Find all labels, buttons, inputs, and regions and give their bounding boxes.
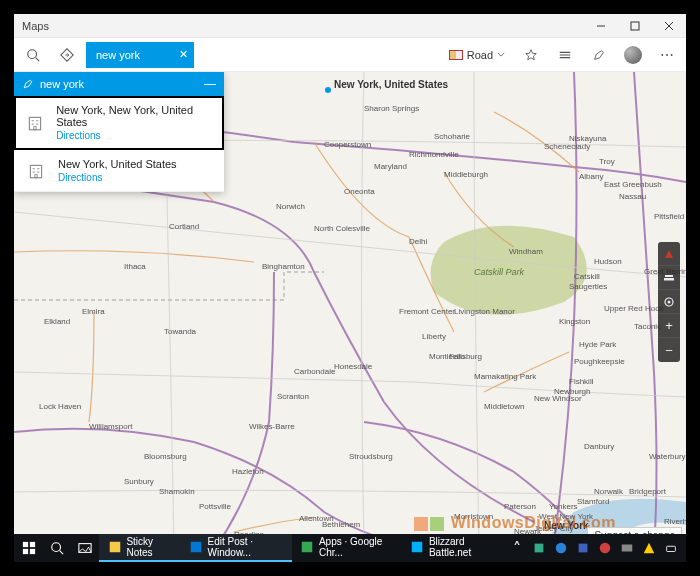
result-name: New York, United States bbox=[58, 158, 177, 170]
start-button[interactable] bbox=[16, 534, 42, 562]
svg-point-10 bbox=[668, 300, 671, 303]
result-directions-link[interactable]: Directions bbox=[56, 130, 216, 141]
taskbar-app[interactable]: Edit Post · Window... bbox=[181, 534, 292, 562]
compass-button[interactable] bbox=[658, 242, 680, 266]
svg-rect-13 bbox=[23, 549, 28, 554]
map-controls: + − bbox=[658, 242, 680, 362]
panel-minimize-icon[interactable]: — bbox=[204, 77, 216, 91]
system-tray[interactable]: ˄ bbox=[508, 539, 684, 557]
svg-point-1 bbox=[28, 49, 37, 58]
svg-rect-26 bbox=[667, 546, 676, 551]
svg-rect-7 bbox=[665, 275, 673, 277]
svg-rect-12 bbox=[30, 542, 35, 547]
search-box[interactable]: new york ✕ bbox=[86, 42, 194, 68]
building-icon bbox=[22, 158, 50, 183]
taskbar-app[interactable]: Blizzard Battle.net bbox=[402, 534, 504, 562]
search-panel-header[interactable]: new york — bbox=[14, 72, 224, 96]
search-result[interactable]: New York, New York, United States Direct… bbox=[14, 96, 224, 150]
taskbar: Sticky NotesEdit Post · Window...Apps · … bbox=[14, 534, 686, 562]
taskbar-app-icon bbox=[189, 538, 204, 556]
close-button[interactable] bbox=[652, 14, 686, 38]
taskbar-app-label: Blizzard Battle.net bbox=[429, 536, 496, 558]
result-directions-link[interactable]: Directions bbox=[58, 172, 177, 183]
svg-rect-21 bbox=[535, 544, 544, 553]
svg-point-15 bbox=[51, 543, 60, 552]
search-result[interactable]: New York, United States Directions bbox=[14, 150, 224, 192]
svg-rect-23 bbox=[579, 544, 588, 553]
tilt-button[interactable] bbox=[658, 266, 680, 290]
zoom-in-button[interactable]: + bbox=[658, 314, 680, 338]
svg-point-22 bbox=[556, 543, 567, 554]
tray-network-icon[interactable] bbox=[662, 539, 680, 557]
taskbar-app-icon bbox=[107, 538, 122, 556]
taskbar-app-label: Apps · Google Chr... bbox=[319, 536, 394, 558]
clear-search-icon[interactable]: ✕ bbox=[179, 48, 188, 61]
panel-query-label: new york bbox=[40, 78, 198, 90]
tray-app-icon[interactable] bbox=[596, 539, 614, 557]
search-results-panel: new york — New York, New York, United St… bbox=[14, 72, 224, 192]
search-query: new york bbox=[96, 49, 171, 61]
building-icon bbox=[22, 104, 48, 141]
directions-icon[interactable] bbox=[52, 40, 82, 70]
favorites-icon[interactable] bbox=[516, 40, 546, 70]
user-avatar[interactable] bbox=[618, 40, 648, 70]
map-style-label: Road bbox=[467, 49, 493, 61]
taskbar-app[interactable]: Sticky Notes bbox=[99, 534, 180, 562]
minimize-button[interactable] bbox=[584, 14, 618, 38]
taskbar-app[interactable]: Apps · Google Chr... bbox=[292, 534, 402, 562]
svg-rect-5 bbox=[29, 117, 40, 129]
maximize-button[interactable] bbox=[618, 14, 652, 38]
svg-rect-11 bbox=[23, 542, 28, 547]
more-icon[interactable]: ⋯ bbox=[652, 40, 682, 70]
svg-rect-19 bbox=[302, 542, 313, 553]
toolbar: new york ✕ Road ⋯ bbox=[14, 38, 686, 72]
svg-point-4 bbox=[325, 87, 331, 93]
result-name: New York, New York, United States bbox=[56, 104, 216, 128]
pencil-icon bbox=[22, 78, 34, 90]
svg-rect-14 bbox=[30, 549, 35, 554]
title-bar: Maps bbox=[14, 14, 686, 38]
svg-rect-6 bbox=[30, 165, 41, 177]
tray-up-icon[interactable]: ˄ bbox=[508, 539, 526, 557]
zoom-out-button[interactable]: − bbox=[658, 338, 680, 362]
tray-app-icon[interactable] bbox=[574, 539, 592, 557]
svg-rect-0 bbox=[631, 22, 639, 30]
svg-point-24 bbox=[600, 543, 611, 554]
svg-rect-18 bbox=[191, 542, 202, 553]
collections-icon[interactable] bbox=[550, 40, 580, 70]
window-title: Maps bbox=[14, 20, 584, 32]
tray-app-icon[interactable] bbox=[618, 539, 636, 557]
svg-rect-8 bbox=[664, 278, 674, 281]
map-style-icon bbox=[449, 50, 463, 60]
map-viewport[interactable]: New York, United States Catskill Park Sh… bbox=[14, 72, 686, 562]
taskbar-app-icon bbox=[300, 538, 315, 556]
search-icon[interactable] bbox=[18, 40, 48, 70]
tray-app-icon[interactable] bbox=[640, 539, 658, 557]
locate-button[interactable] bbox=[658, 290, 680, 314]
ink-icon[interactable] bbox=[584, 40, 614, 70]
task-view-icon[interactable] bbox=[72, 534, 98, 562]
chevron-down-icon bbox=[497, 52, 505, 57]
tray-app-icon[interactable] bbox=[552, 539, 570, 557]
svg-rect-25 bbox=[622, 545, 633, 552]
svg-rect-20 bbox=[412, 542, 423, 553]
map-style-selector[interactable]: Road bbox=[442, 40, 512, 70]
search-taskbar-icon[interactable] bbox=[44, 534, 70, 562]
taskbar-app-label: Edit Post · Window... bbox=[208, 536, 284, 558]
taskbar-app-label: Sticky Notes bbox=[126, 536, 172, 558]
svg-rect-17 bbox=[110, 542, 121, 553]
tray-app-icon[interactable] bbox=[530, 539, 548, 557]
taskbar-app-icon bbox=[410, 538, 425, 556]
